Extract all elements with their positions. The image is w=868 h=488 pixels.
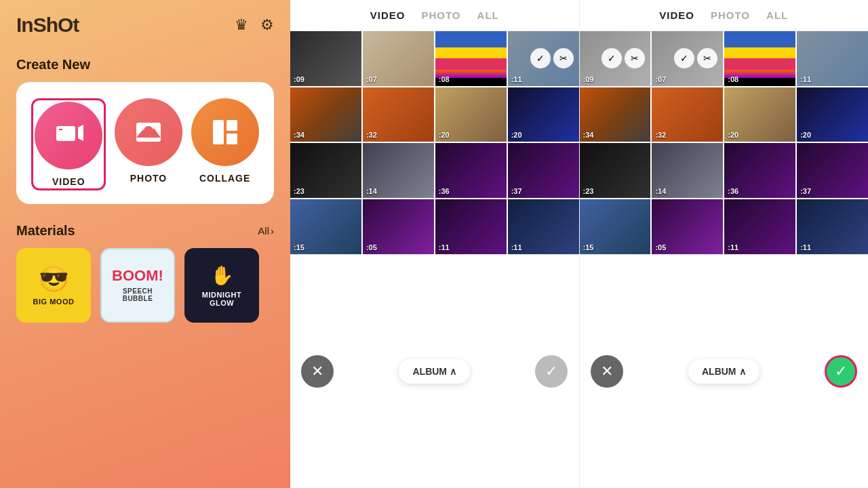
crown-icon[interactable]: ♛ <box>235 16 248 34</box>
duration: :09 <box>294 75 304 83</box>
thumb2-2-2[interactable]: :32 <box>652 87 723 142</box>
thumb2-3-3[interactable]: :36 <box>724 143 795 198</box>
tab-all-1[interactable]: ALL <box>477 9 499 21</box>
duration: :23 <box>294 187 304 195</box>
thumb-1-3[interactable]: :08 <box>435 31 507 86</box>
video-label: VIDEO <box>52 176 85 187</box>
create-video-item[interactable]: VIDEO <box>31 98 106 190</box>
duration: :07 <box>655 75 666 83</box>
thumb2-4-4[interactable]: :11 <box>797 199 868 254</box>
thumb2-2-4[interactable]: :20 <box>797 87 868 142</box>
duration: :11 <box>728 243 738 251</box>
thumb2-1-2[interactable]: :07 ✓ ✂ <box>652 31 723 86</box>
thumb-overlay: ✓ ✂ <box>674 48 717 68</box>
bottom-section-1: ✕ ALBUM ∧ ✓ <box>290 254 579 489</box>
media-grid-2: :09 ✓ ✂ :07 ✓ ✂ :08 :11 <box>580 31 869 254</box>
duration: :37 <box>511 187 522 195</box>
confirm-button-2[interactable]: ✓ <box>825 355 857 388</box>
material-big-mood[interactable]: 😎 BIG MOOD <box>16 248 91 323</box>
thumb-4-2[interactable]: :05 <box>363 199 434 254</box>
media-section-1: VIDEO PHOTO ALL :09 :07 :08 :11 ✓ <box>290 0 580 488</box>
create-collage-item[interactable]: COLLAGE <box>191 98 259 190</box>
photo-icon <box>134 117 163 147</box>
tab-video-2[interactable]: VIDEO <box>659 9 694 21</box>
scissors-btn[interactable]: ✂ <box>553 48 574 68</box>
cancel-button-2[interactable]: ✕ <box>591 355 623 388</box>
thumb2-3-2[interactable]: :14 <box>652 143 723 198</box>
duration: :14 <box>655 187 666 195</box>
app-logo: InShOt <box>16 14 79 37</box>
tab-all-2[interactable]: ALL <box>766 9 788 21</box>
thumb-2-4[interactable]: :20 <box>508 87 579 142</box>
thumb-4-1[interactable]: :15 <box>290 199 361 254</box>
duration: :11 <box>511 243 522 251</box>
duration: :36 <box>439 187 450 195</box>
tab-photo-2[interactable]: PHOTO <box>711 9 750 21</box>
create-photo-item[interactable]: PHOTO <box>115 98 182 190</box>
thumb2-4-1[interactable]: :15 <box>580 199 651 254</box>
album-button-1[interactable]: ALBUM ∧ <box>399 359 470 384</box>
materials-all-link[interactable]: All › <box>258 225 274 237</box>
materials-header: Materials All › <box>16 223 274 239</box>
svg-marker-1 <box>78 125 83 141</box>
thumb-overlay: ✓ ✂ <box>601 48 645 68</box>
thumb-1-4[interactable]: :11 ✓ ✂ <box>508 31 579 86</box>
thumb2-2-1[interactable]: :34 <box>580 87 651 142</box>
tab-video-1[interactable]: VIDEO <box>370 9 406 21</box>
material-midnight-glow[interactable]: ✋ MIDNIGHT GLOW <box>184 248 259 323</box>
create-new-card: VIDEO PHOTO COLLAGE <box>16 82 274 204</box>
photo-circle <box>115 98 182 166</box>
check-btn[interactable]: ✓ <box>674 48 694 68</box>
app-header: InShOt ♛ ⚙ <box>16 14 274 37</box>
check-btn[interactable]: ✓ <box>530 48 551 68</box>
create-new-label: Create New <box>16 57 274 73</box>
tab-photo-1[interactable]: PHOTO <box>421 9 460 21</box>
thumb-2-2[interactable]: :32 <box>363 87 434 142</box>
scissors-btn[interactable]: ✂ <box>625 48 645 68</box>
duration: :36 <box>728 187 738 195</box>
thumb-4-4[interactable]: :11 <box>508 199 579 254</box>
svg-rect-2 <box>59 129 62 130</box>
scissors-btn[interactable]: ✂ <box>697 48 717 68</box>
midnight-glow-icon: ✋ <box>210 264 234 287</box>
thumb-1-2[interactable]: :07 <box>363 31 434 86</box>
thumb2-4-3[interactable]: :11 <box>724 199 795 254</box>
thumb2-1-4[interactable]: :11 <box>797 31 868 86</box>
duration: :11 <box>439 243 450 251</box>
bottom-section-2: ✕ ALBUM ∧ ✓ <box>580 254 869 489</box>
duration: :11 <box>800 243 811 251</box>
thumb2-4-2[interactable]: :05 <box>652 199 723 254</box>
thumb-3-1[interactable]: :23 <box>290 143 361 198</box>
big-mood-label: BIG MOOD <box>33 298 75 306</box>
photo-label: PHOTO <box>130 173 167 184</box>
thumb-1-1[interactable]: :09 <box>290 31 361 86</box>
thumb-2-1[interactable]: :34 <box>290 87 361 142</box>
gear-icon[interactable]: ⚙ <box>260 16 274 34</box>
duration: :20 <box>728 131 738 139</box>
thumb2-3-4[interactable]: :37 <box>797 143 868 198</box>
thumb-2-3[interactable]: :20 <box>435 87 507 142</box>
album-button-2[interactable]: ALBUM ∧ <box>688 359 760 384</box>
check-btn[interactable]: ✓ <box>601 48 622 68</box>
thumb-3-2[interactable]: :14 <box>363 143 434 198</box>
collage-icon <box>210 117 240 147</box>
duration: :09 <box>583 75 594 83</box>
svg-rect-6 <box>213 120 224 144</box>
thumb2-3-1[interactable]: :23 <box>580 143 651 198</box>
thumb-3-3[interactable]: :36 <box>435 143 507 198</box>
thumb-3-4[interactable]: :37 <box>508 143 579 198</box>
duration: :07 <box>366 75 377 83</box>
media-tabs-2: VIDEO PHOTO ALL <box>580 0 869 31</box>
media-section-2: VIDEO PHOTO ALL :09 ✓ ✂ :07 ✓ ✂ <box>580 0 869 488</box>
duration: :34 <box>294 131 304 139</box>
confirm-button-1[interactable]: ✓ <box>535 355 568 388</box>
thumb2-2-3[interactable]: :20 <box>724 87 795 142</box>
thumb2-1-1[interactable]: :09 ✓ ✂ <box>580 31 651 86</box>
speech-bubble-label: SPEECH BUBBLE <box>107 287 168 302</box>
thumb-4-3[interactable]: :11 <box>435 199 507 254</box>
thumb2-1-3[interactable]: :08 <box>724 31 795 86</box>
right-panel: VIDEO PHOTO ALL :09 :07 :08 :11 ✓ <box>290 0 868 488</box>
material-speech-bubble[interactable]: BOOM! SPEECH BUBBLE <box>100 248 175 323</box>
cancel-button-1[interactable]: ✕ <box>301 355 334 388</box>
duration: :15 <box>583 243 594 251</box>
